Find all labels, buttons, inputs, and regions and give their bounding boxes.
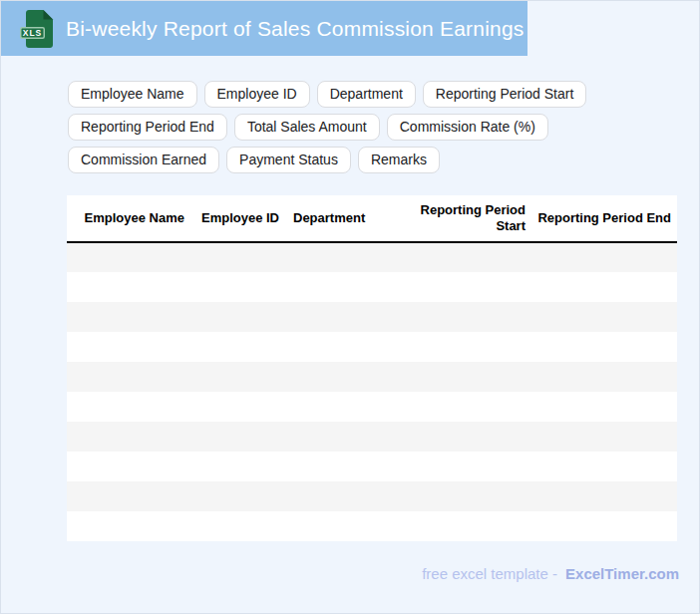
column-header: Employee Name bbox=[67, 195, 190, 242]
field-chip[interactable]: Employee Name bbox=[68, 81, 197, 108]
empty-cell bbox=[385, 481, 531, 511]
field-chip-list: Employee NameEmployee IDDepartmentReport… bbox=[68, 81, 626, 173]
empty-cell bbox=[531, 242, 677, 272]
field-chip[interactable]: Employee ID bbox=[204, 81, 310, 108]
empty-cell bbox=[190, 272, 285, 302]
empty-cell bbox=[67, 452, 190, 481]
column-header: Employee ID bbox=[190, 195, 285, 242]
table-row bbox=[67, 392, 677, 422]
empty-cell bbox=[67, 272, 190, 302]
empty-cell bbox=[190, 511, 285, 541]
empty-cell bbox=[190, 481, 285, 511]
empty-cell bbox=[67, 422, 190, 452]
empty-cell bbox=[285, 422, 385, 452]
table-row bbox=[67, 481, 677, 511]
table-row bbox=[67, 511, 677, 541]
empty-cell bbox=[190, 392, 285, 422]
empty-cell bbox=[67, 242, 190, 272]
empty-cell bbox=[285, 452, 385, 481]
field-chip[interactable]: Commission Earned bbox=[68, 147, 219, 173]
table-row bbox=[67, 452, 677, 481]
empty-cell bbox=[285, 302, 385, 332]
table-header-row: Employee NameEmployee IDDepartmentReport… bbox=[67, 195, 677, 242]
empty-cell bbox=[190, 332, 285, 362]
xls-file-icon: XLS bbox=[20, 9, 54, 49]
empty-cell bbox=[531, 392, 677, 422]
empty-cell bbox=[531, 422, 677, 452]
empty-cell bbox=[67, 392, 190, 422]
field-chip[interactable]: Reporting Period Start bbox=[423, 81, 587, 108]
empty-cell bbox=[190, 242, 285, 272]
empty-cell bbox=[285, 362, 385, 392]
table-row bbox=[67, 302, 677, 332]
empty-cell bbox=[385, 332, 531, 362]
empty-cell bbox=[190, 452, 285, 481]
empty-cell bbox=[385, 422, 531, 452]
table-row bbox=[67, 332, 677, 362]
empty-cell bbox=[67, 481, 190, 511]
empty-cell bbox=[285, 481, 385, 511]
report-table: Employee NameEmployee IDDepartmentReport… bbox=[67, 195, 677, 541]
empty-cell bbox=[385, 511, 531, 541]
empty-cell bbox=[285, 392, 385, 422]
footer-brand-link[interactable]: ExcelTimer.com bbox=[565, 565, 679, 582]
field-chip[interactable]: Commission Rate (%) bbox=[387, 114, 548, 141]
table-body bbox=[67, 242, 677, 541]
table-row bbox=[67, 242, 677, 272]
field-chip[interactable]: Payment Status bbox=[226, 147, 351, 173]
field-chip[interactable]: Total Sales Amount bbox=[234, 114, 380, 141]
empty-cell bbox=[67, 332, 190, 362]
empty-cell bbox=[190, 422, 285, 452]
empty-cell bbox=[190, 302, 285, 332]
empty-cell bbox=[385, 242, 531, 272]
empty-cell bbox=[285, 242, 385, 272]
table-row bbox=[67, 272, 677, 302]
column-header: Department bbox=[285, 195, 385, 242]
empty-cell bbox=[531, 481, 677, 511]
field-chip[interactable]: Reporting Period End bbox=[68, 114, 227, 141]
column-header: Reporting Period Start bbox=[385, 195, 531, 242]
empty-cell bbox=[385, 272, 531, 302]
page-title: Bi-weekly Report of Sales Commission Ear… bbox=[66, 17, 525, 41]
empty-cell bbox=[285, 332, 385, 362]
empty-cell bbox=[385, 302, 531, 332]
table-row bbox=[67, 422, 677, 452]
empty-cell bbox=[531, 332, 677, 362]
footer-text: free excel template - bbox=[422, 565, 557, 582]
page: XLS Bi-weekly Report of Sales Commission… bbox=[0, 0, 700, 614]
empty-cell bbox=[67, 362, 190, 392]
footer: free excel template -ExcelTimer.com bbox=[67, 565, 679, 583]
empty-cell bbox=[531, 511, 677, 541]
empty-cell bbox=[190, 362, 285, 392]
empty-cell bbox=[531, 272, 677, 302]
file-icon-label: XLS bbox=[23, 28, 43, 38]
empty-cell bbox=[67, 302, 190, 332]
table-row bbox=[67, 362, 677, 392]
empty-cell bbox=[385, 392, 531, 422]
empty-cell bbox=[285, 272, 385, 302]
empty-cell bbox=[531, 302, 677, 332]
empty-cell bbox=[67, 511, 190, 541]
empty-cell bbox=[385, 452, 531, 481]
empty-cell bbox=[531, 362, 677, 392]
column-header: Reporting Period End bbox=[531, 195, 677, 242]
file-fold-shape bbox=[44, 10, 54, 20]
title-bar: XLS Bi-weekly Report of Sales Commission… bbox=[1, 1, 527, 56]
empty-cell bbox=[285, 511, 385, 541]
field-chip[interactable]: Department bbox=[317, 81, 416, 108]
empty-cell bbox=[385, 362, 531, 392]
field-chip[interactable]: Remarks bbox=[358, 147, 440, 173]
empty-cell bbox=[531, 452, 677, 481]
